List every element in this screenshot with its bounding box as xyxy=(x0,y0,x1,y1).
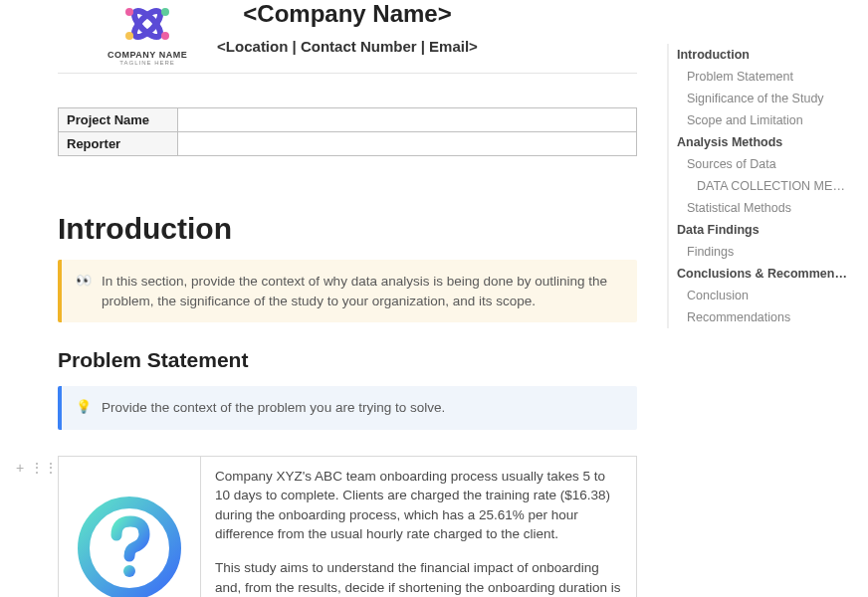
toc-item-problem-statement[interactable]: Problem Statement xyxy=(669,66,852,88)
table-row: Reporter xyxy=(59,132,637,156)
toc-item-data-collection[interactable]: DATA COLLECTION METHOD xyxy=(669,175,852,197)
problem-callout-text: Provide the context of the problem you a… xyxy=(102,398,445,418)
svg-point-7 xyxy=(123,565,135,577)
logo-text: COMPANY NAME xyxy=(108,50,187,60)
project-name-label: Project Name xyxy=(59,108,178,132)
company-meta-placeholder[interactable]: <Location | Contact Number | Email> xyxy=(217,38,478,55)
logo-icon xyxy=(117,0,177,48)
company-name-placeholder[interactable]: <Company Name> xyxy=(243,0,451,28)
toc-item-sources[interactable]: Sources of Data xyxy=(669,153,852,175)
bulb-icon: 💡 xyxy=(76,398,92,418)
table-of-contents: Introduction Problem Statement Significa… xyxy=(667,44,852,328)
document-main: COMPANY NAME TAGLINE HERE <Company Name>… xyxy=(0,0,657,597)
reporter-value[interactable] xyxy=(178,132,637,156)
problem-body-text[interactable]: Company XYZ's ABC team onboarding proces… xyxy=(200,457,636,597)
project-info-table: Project Name Reporter xyxy=(58,107,637,156)
heading-introduction[interactable]: Introduction xyxy=(58,212,637,246)
toc-item-analysis-methods[interactable]: Analysis Methods xyxy=(669,131,852,153)
add-block-button[interactable]: + xyxy=(16,460,24,476)
toc-item-data-findings[interactable]: Data Findings xyxy=(669,219,852,241)
toc-item-statistical[interactable]: Statistical Methods xyxy=(669,197,852,219)
table-row: Project Name xyxy=(59,108,637,132)
toc-item-conclusions[interactable]: Conclusions & Recommendations xyxy=(669,263,852,285)
toc-item-significance[interactable]: Significance of the Study xyxy=(669,88,852,109)
logo-tagline: TAGLINE HERE xyxy=(119,60,175,66)
toc-item-introduction[interactable]: Introduction xyxy=(669,44,852,66)
toc-item-scope[interactable]: Scope and Limitation xyxy=(669,109,852,131)
problem-content-block[interactable]: Company XYZ's ABC team onboarding proces… xyxy=(58,456,637,597)
eyes-icon: 👀 xyxy=(76,272,92,310)
toc-item-findings[interactable]: Findings xyxy=(669,241,852,263)
block-handles: + ⋮⋮ xyxy=(16,460,58,476)
toc-item-recommendations[interactable]: Recommendations xyxy=(669,306,852,328)
svg-point-5 xyxy=(161,32,169,40)
drag-handle-icon[interactable]: ⋮⋮ xyxy=(30,460,58,476)
problem-callout[interactable]: 💡 Provide the context of the problem you… xyxy=(58,386,637,430)
introduction-callout-text: In this section, provide the context of … xyxy=(102,272,623,310)
introduction-callout[interactable]: 👀 In this section, provide the context o… xyxy=(58,260,637,322)
toc-item-conclusion[interactable]: Conclusion xyxy=(669,285,852,306)
svg-point-4 xyxy=(125,32,133,40)
project-name-value[interactable] xyxy=(178,108,637,132)
svg-point-3 xyxy=(161,8,169,16)
heading-problem-statement[interactable]: Problem Statement xyxy=(58,348,637,372)
svg-point-2 xyxy=(125,8,133,16)
reporter-label: Reporter xyxy=(59,132,178,156)
question-illustration xyxy=(59,457,200,597)
problem-paragraph-1: Company XYZ's ABC team onboarding proces… xyxy=(215,467,622,544)
problem-paragraph-2: This study aims to understand the financ… xyxy=(215,558,622,597)
question-mark-icon xyxy=(75,494,184,597)
company-logo: COMPANY NAME TAGLINE HERE xyxy=(108,0,187,66)
